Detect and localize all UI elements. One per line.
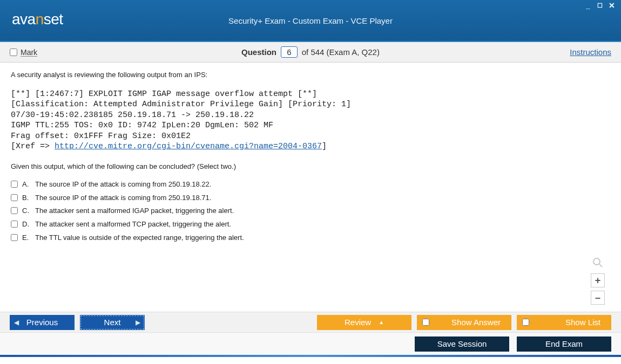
close-button[interactable]: ✕ [607,2,617,10]
option-text: The source IP of the attack is coming fr… [35,180,211,190]
zoom-in-button[interactable]: + [591,273,605,287]
mark-checkbox-area[interactable]: Mark [10,48,37,57]
show-list-checkbox[interactable] [522,319,529,326]
answer-option-D[interactable]: D.The attacker sent a malformed TCP pack… [11,219,610,230]
option-text: The source IP of the attack is coming fr… [35,193,211,203]
answer-options: A.The source IP of the attack is coming … [11,180,610,243]
triangle-up-icon: ▲ [379,319,384,325]
save-session-button[interactable]: Save Session [415,336,509,352]
question-number-box[interactable]: 6 [281,46,297,58]
option-text: The attacker sent a malformed TCP packet… [35,219,231,230]
ips-output: [**] [1:2467:7] EXPLOIT IGMP IGAP messag… [11,89,610,152]
window-title: Security+ Exam - Custom Exam - VCE Playe… [0,16,621,25]
end-exam-button[interactable]: End Exam [517,336,611,352]
question-prompt: Given this output, which of the followin… [11,162,610,172]
option-checkbox[interactable] [11,221,18,228]
option-letter: E. [22,233,31,243]
zoom-controls: + – [591,257,605,305]
question-content: A security analyst is reviewing the foll… [0,63,621,312]
show-answer-checkbox[interactable] [422,319,429,326]
answer-option-B[interactable]: B.The source IP of the attack is coming … [11,193,610,203]
next-button[interactable]: Next ▶ [80,315,145,330]
answer-option-C[interactable]: C.The attacker sent a malformed IGAP pac… [11,206,610,216]
footer-accent [0,355,621,357]
answer-option-A[interactable]: A.The source IP of the attack is coming … [11,180,610,190]
mark-label[interactable]: Mark [21,48,37,57]
answer-option-E[interactable]: E.The TTL value is outside of the expect… [11,233,610,243]
session-bar: Save Session End Exam [0,332,621,355]
option-text: The attacker sent a malformed IGAP packe… [35,206,234,216]
question-toolbar: Mark Question 6 of 544 (Exam A, Q22) Ins… [0,42,621,63]
option-letter: A. [22,180,31,190]
previous-button[interactable]: ◀ Previous [10,315,75,330]
window-controls: _ ☐ ✕ [583,2,617,10]
magnify-icon[interactable] [592,257,604,269]
option-text: The TTL value is outside of the expected… [35,233,244,243]
svg-point-0 [593,258,600,265]
option-letter: B. [22,193,31,203]
show-answer-button[interactable]: Show Answer [417,315,511,330]
question-indicator: Question 6 of 544 (Exam A, Q22) [0,46,621,58]
mark-checkbox[interactable] [10,49,17,56]
maximize-button[interactable]: ☐ [595,2,605,10]
zoom-out-button[interactable]: – [591,291,605,305]
navigation-bar: ◀ Previous Next ▶ Review ▲ Show Answer S… [0,312,621,332]
review-button[interactable]: Review ▲ [317,315,411,330]
minimize-button[interactable]: _ [583,2,593,10]
chevron-left-icon: ◀ [14,319,19,326]
svg-line-1 [599,264,602,267]
chevron-right-icon: ▶ [136,319,140,326]
option-checkbox[interactable] [11,181,18,188]
option-letter: D. [22,219,31,230]
option-checkbox[interactable] [11,194,18,201]
option-checkbox[interactable] [11,207,18,214]
instructions-link[interactable]: Instructions [570,47,611,57]
option-checkbox[interactable] [11,234,18,241]
question-stem: A security analyst is reviewing the foll… [11,70,610,80]
show-list-button[interactable]: Show List [517,315,611,330]
titlebar: avanset Security+ Exam - Custom Exam - V… [0,0,621,42]
cve-link[interactable]: http://cve.mitre.org/cgi-bin/cvename.cgi… [55,142,322,151]
option-letter: C. [22,206,31,216]
